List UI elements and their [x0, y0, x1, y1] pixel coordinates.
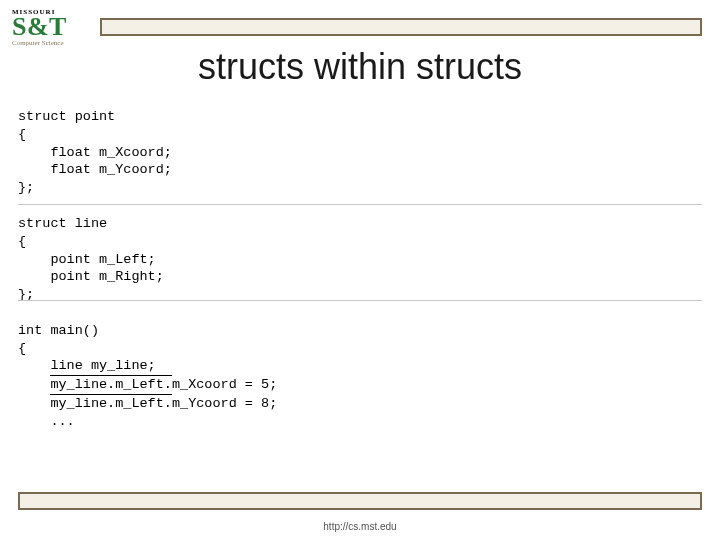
code-line: line my_line; — [18, 358, 156, 373]
code-line: float m_Ycoord; — [18, 162, 172, 177]
section-divider — [18, 300, 702, 301]
section-divider — [18, 204, 702, 205]
code-line: my_line.m_Left.m_Ycoord = 8; — [18, 396, 277, 411]
code-line: point m_Right; — [18, 269, 164, 284]
code-line: { — [18, 234, 26, 249]
slide-title: structs within structs — [0, 46, 720, 88]
code-line: }; — [18, 180, 34, 195]
code-highlight-box: my_line.m_Left. — [50, 375, 172, 395]
code-content: struct point { float m_Xcoord; float m_Y… — [18, 108, 277, 431]
code-line: ... — [18, 414, 75, 429]
code-line: point m_Left; — [18, 252, 156, 267]
code-line: struct point — [18, 109, 115, 124]
code-line — [18, 377, 50, 392]
code-line: int main() — [18, 323, 99, 338]
code-line: { — [18, 127, 26, 142]
logo-st-text: S&T — [12, 17, 92, 37]
code-line: { — [18, 341, 26, 356]
footer-decorative-bar — [18, 492, 702, 510]
university-logo: MISSOURI S&T Computer Science — [12, 8, 92, 47]
code-line: struct line — [18, 216, 107, 231]
code-line: m_Xcoord = 5; — [172, 377, 277, 392]
footer-url: http://cs.mst.edu — [0, 521, 720, 532]
code-line: float m_Xcoord; — [18, 145, 172, 160]
header-decorative-bar — [100, 18, 702, 36]
